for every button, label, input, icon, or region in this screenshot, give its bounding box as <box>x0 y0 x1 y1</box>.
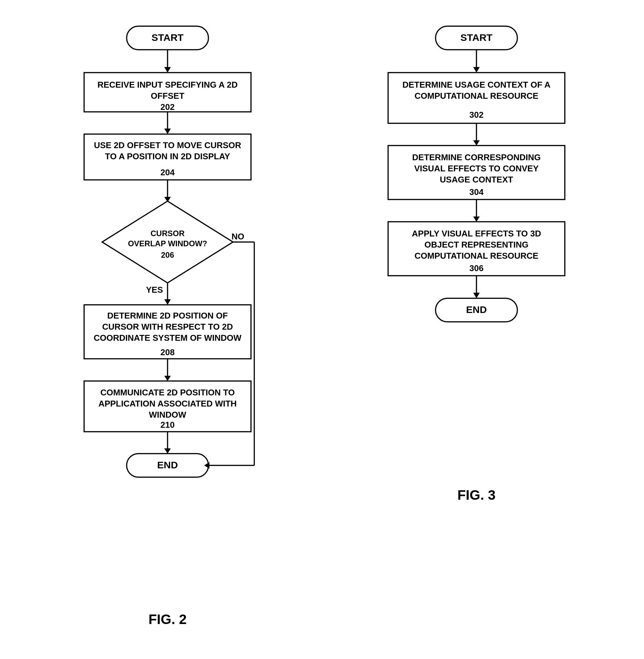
svg-text:204: 204 <box>160 167 175 177</box>
svg-text:304: 304 <box>469 187 484 197</box>
fig2-start-label: START <box>152 32 184 43</box>
fig3-container: START DETERMINE USAGE CONTEXT OF A COMPU… <box>335 20 618 639</box>
svg-marker-66 <box>473 293 480 298</box>
svg-text:210: 210 <box>160 420 175 430</box>
svg-text:OFFSET: OFFSET <box>151 91 185 101</box>
svg-text:DETERMINE 2D POSITION OF: DETERMINE 2D POSITION OF <box>107 311 228 321</box>
svg-text:OBJECT REPRESENTING: OBJECT REPRESENTING <box>424 240 528 250</box>
svg-text:208: 208 <box>160 347 175 357</box>
svg-text:APPLY VISUAL EFFECTS TO 3D: APPLY VISUAL EFFECTS TO 3D <box>412 229 541 238</box>
svg-text:USE 2D OFFSET TO MOVE CURSOR: USE 2D OFFSET TO MOVE CURSOR <box>94 140 241 150</box>
fig2-svg: START RECEIVE INPUT SPECIFYING A 2D OFFS… <box>66 20 269 602</box>
svg-text:DETERMINE USAGE CONTEXT OF A: DETERMINE USAGE CONTEXT OF A <box>402 80 551 90</box>
svg-text:DETERMINE CORRESPONDING: DETERMINE CORRESPONDING <box>412 152 541 162</box>
svg-text:206: 206 <box>161 251 174 259</box>
svg-marker-59 <box>473 216 480 222</box>
svg-text:USAGE CONTEXT: USAGE CONTEXT <box>440 175 513 185</box>
svg-text:TO A POSITION IN 2D DISPLAY: TO A POSITION IN 2D DISPLAY <box>105 151 230 161</box>
svg-text:202: 202 <box>160 102 175 112</box>
fig3-label: FIG. 3 <box>458 487 496 503</box>
svg-text:END: END <box>157 460 178 470</box>
main-container: START RECEIVE INPUT SPECIFYING A 2D OFFS… <box>0 0 644 659</box>
svg-marker-52 <box>473 140 480 145</box>
svg-text:NO: NO <box>232 232 245 241</box>
svg-marker-46 <box>473 67 480 73</box>
svg-marker-8 <box>164 128 171 134</box>
fig2-container: START RECEIVE INPUT SPECIFYING A 2D OFFS… <box>26 20 309 639</box>
svg-text:OVERLAP WINDOW?: OVERLAP WINDOW? <box>128 239 207 248</box>
svg-text:306: 306 <box>469 263 483 273</box>
svg-marker-29 <box>164 376 171 381</box>
svg-text:COMPUTATIONAL RESOURCE: COMPUTATIONAL RESOURCE <box>415 251 538 261</box>
fig3-svg: START DETERMINE USAGE CONTEXT OF A COMPU… <box>372 20 581 477</box>
svg-text:CURSOR WITH RESPECT TO 2D: CURSOR WITH RESPECT TO 2D <box>102 322 233 332</box>
svg-text:VISUAL EFFECTS TO CONVEY: VISUAL EFFECTS TO CONVEY <box>414 164 538 173</box>
fig2-label: FIG. 2 <box>148 612 187 627</box>
svg-text:WINDOW: WINDOW <box>149 410 186 420</box>
svg-text:START: START <box>460 32 492 43</box>
svg-text:YES: YES <box>146 285 163 295</box>
svg-text:COMPUTATIONAL RESOURCE: COMPUTATIONAL RESOURCE <box>415 91 538 101</box>
svg-text:CURSOR: CURSOR <box>151 229 185 238</box>
svg-text:COMMUNICATE 2D POSITION TO: COMMUNICATE 2D POSITION TO <box>100 387 235 397</box>
svg-text:APPLICATION ASSOCIATED WITH: APPLICATION ASSOCIATED WITH <box>98 399 237 408</box>
svg-marker-22 <box>164 299 171 305</box>
svg-text:END: END <box>466 304 487 315</box>
svg-marker-36 <box>164 448 171 454</box>
svg-text:COORDINATE SYSTEM OF WINDOW: COORDINATE SYSTEM OF WINDOW <box>94 333 242 343</box>
svg-marker-2 <box>164 67 171 73</box>
svg-text:RECEIVE INPUT SPECIFYING A 2D: RECEIVE INPUT SPECIFYING A 2D <box>97 80 238 90</box>
svg-text:302: 302 <box>469 110 483 120</box>
